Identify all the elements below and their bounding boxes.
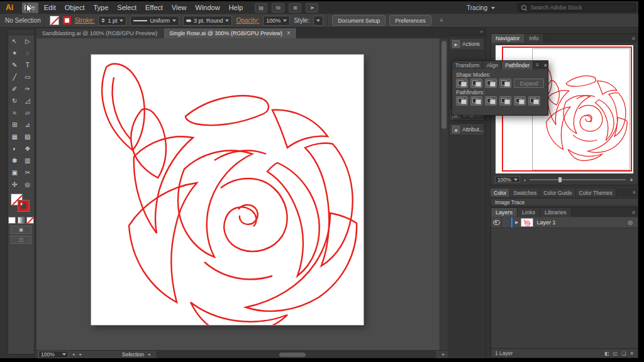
scale-tool-icon[interactable]: ◿ <box>21 95 35 107</box>
document-tab-single-rose[interactable]: Single Rose.ai @ 300% (RGB/GPU Preview) … <box>164 28 297 38</box>
canvas-area[interactable] <box>36 38 448 350</box>
rotate-tool-icon[interactable]: ↻ <box>8 95 21 107</box>
scroll-left-icon[interactable]: ◂ <box>147 352 152 357</box>
menu-item[interactable]: Select <box>113 4 141 11</box>
layer-thumbnail[interactable] <box>521 218 533 227</box>
tab-transform[interactable]: Transform <box>452 61 483 69</box>
artboard-tool-icon[interactable]: ▣ <box>8 167 21 178</box>
create-new-layer-icon[interactable]: ❏ <box>621 351 626 356</box>
zoom-in-icon[interactable]: ▲ <box>629 177 634 182</box>
expand-button[interactable]: Expand <box>514 79 544 88</box>
outline-icon[interactable] <box>514 96 526 106</box>
rectangle-tool-icon[interactable]: ▭ <box>21 71 35 83</box>
visibility-toggle[interactable] <box>491 217 502 228</box>
tab-info[interactable]: Info <box>525 34 544 43</box>
zoom-out-icon[interactable]: ▲ <box>523 178 526 182</box>
tab-libraries[interactable]: Libraries <box>540 208 572 217</box>
tab-align[interactable]: Align <box>483 61 502 69</box>
preferences-button[interactable]: Preferences <box>389 15 431 26</box>
opacity-dropdown[interactable]: 100% <box>263 16 290 26</box>
navigator-zoom-field[interactable]: 100% <box>495 176 520 183</box>
shape-builder-tool-icon[interactable]: ⊞ <box>8 119 21 131</box>
symbol-sprayer-tool-icon[interactable]: ✽ <box>8 155 21 167</box>
style-dropdown[interactable] <box>313 16 323 26</box>
line-segment-tool-icon[interactable]: ╱ <box>8 71 21 83</box>
gradient-tool-icon[interactable]: ▧ <box>21 131 35 143</box>
width-tool-icon[interactable]: ≈ <box>8 107 21 119</box>
close-icon[interactable]: × <box>541 61 550 69</box>
control-panel-menu-icon[interactable]: ≡ <box>438 18 446 23</box>
magic-wand-tool-icon[interactable]: ✶ <box>8 47 21 59</box>
menu-item[interactable]: View <box>167 4 191 11</box>
tools-panel-grip[interactable] <box>8 30 34 35</box>
close-icon[interactable]: × <box>287 30 291 36</box>
tab-color-themes[interactable]: Color Themes <box>576 189 616 197</box>
menu-item[interactable]: Object <box>60 4 89 11</box>
minus-front-icon[interactable] <box>470 79 482 88</box>
menu-item[interactable]: Help <box>225 4 248 11</box>
direct-selection-tool-icon[interactable]: ▷ <box>21 35 35 47</box>
gradient-button[interactable] <box>18 217 25 224</box>
column-graph-tool-icon[interactable]: ▥ <box>21 155 35 167</box>
lock-toggle[interactable] <box>502 217 511 228</box>
paintbrush-tool-icon[interactable]: ✐ <box>8 83 21 95</box>
pen-tool-icon[interactable]: ✎ <box>8 59 21 71</box>
type-tool-icon[interactable]: T <box>21 59 35 71</box>
tab-pathfinder[interactable]: Pathfinder <box>502 61 533 69</box>
none-button[interactable] <box>26 217 34 224</box>
screen-mode-button[interactable]: ▢ <box>11 236 31 244</box>
opacity-link[interactable]: Opacity: <box>236 17 259 24</box>
panel-menu-icon[interactable]: ≡ <box>630 34 638 43</box>
navigator-zoom-slider[interactable] <box>530 179 626 180</box>
rose-artwork[interactable] <box>91 55 364 325</box>
layer-target-icon[interactable]: ◎ <box>628 219 633 226</box>
unite-icon[interactable] <box>456 79 468 88</box>
perspective-grid-tool-icon[interactable]: ⊿ <box>21 119 35 131</box>
adobe-stock-icon[interactable]: St <box>272 3 284 13</box>
navigator-zoom-slider-thumb[interactable] <box>558 177 562 182</box>
trim-icon[interactable] <box>470 96 482 106</box>
horizontal-scrollbar-thumb[interactable] <box>279 353 306 357</box>
pencil-tool-icon[interactable]: ✑ <box>21 83 35 95</box>
layer-name[interactable]: Layer 1 <box>536 219 555 226</box>
menu-item[interactable]: Edit <box>40 4 60 11</box>
slice-tool-icon[interactable]: ✂ <box>21 167 35 178</box>
stroke-weight-stepper[interactable]: 1 pt <box>98 16 126 26</box>
actions-panel-button[interactable]: ▶ Actions <box>449 38 484 50</box>
blend-tool-icon[interactable]: ❖ <box>21 143 35 155</box>
gpu-performance-icon[interactable]: ▤ <box>255 3 267 13</box>
menu-item[interactable]: Window <box>191 4 225 11</box>
stepper-arrows-icon[interactable] <box>101 18 105 23</box>
workspace-switcher[interactable]: Tracing <box>467 3 495 13</box>
drawing-mode-button[interactable]: ▣ <box>11 226 31 234</box>
zoom-tool-icon[interactable]: ◎ <box>21 178 35 190</box>
document-tab-sandblasting[interactable]: Sandblasting.ai @ 100% (RGB/GPU Preview) <box>36 28 164 38</box>
artboard-next-icon[interactable]: ▸ <box>79 352 84 357</box>
menu-item[interactable]: Effect <box>141 4 167 11</box>
tab-color[interactable]: Color <box>491 189 510 197</box>
stroke-color-swatch[interactable] <box>63 16 71 25</box>
expand-chevron-icon[interactable]: ▶ <box>515 220 518 225</box>
create-new-sublayer-icon[interactable]: ◱ <box>613 351 618 356</box>
minus-back-icon[interactable] <box>528 96 540 106</box>
layer-row[interactable]: ▶ Layer 1 ◎ <box>491 217 638 228</box>
stroke-link[interactable]: Stroke: <box>75 17 95 24</box>
mesh-tool-icon[interactable]: ▦ <box>8 131 21 143</box>
zoom-level-dropdown[interactable]: 100% <box>38 351 69 358</box>
collapse-panels-icon[interactable]: » <box>480 29 483 35</box>
color-button[interactable] <box>8 217 16 224</box>
status-indicator[interactable]: Selection <box>122 351 144 358</box>
vertical-scrollbar-thumb[interactable] <box>441 41 447 129</box>
make-clipping-mask-icon[interactable]: ◧ <box>604 351 609 356</box>
share-icon[interactable]: ➤ <box>306 3 318 13</box>
tab-swatches[interactable]: Swatches <box>510 189 540 197</box>
arrange-documents-icon[interactable]: ⊞ <box>289 3 301 13</box>
exclude-icon[interactable] <box>499 79 511 88</box>
tab-links[interactable]: Links <box>518 208 540 217</box>
fill-color-swatch[interactable] <box>50 16 59 25</box>
tab-navigator[interactable]: Navigator <box>491 34 525 43</box>
image-trace-panel-header[interactable]: Image Trace <box>491 198 638 206</box>
panel-menu-icon[interactable]: ≡ <box>533 61 541 69</box>
document-setup-button[interactable]: Document Setup <box>332 15 386 26</box>
vertical-scrollbar[interactable] <box>440 38 448 350</box>
